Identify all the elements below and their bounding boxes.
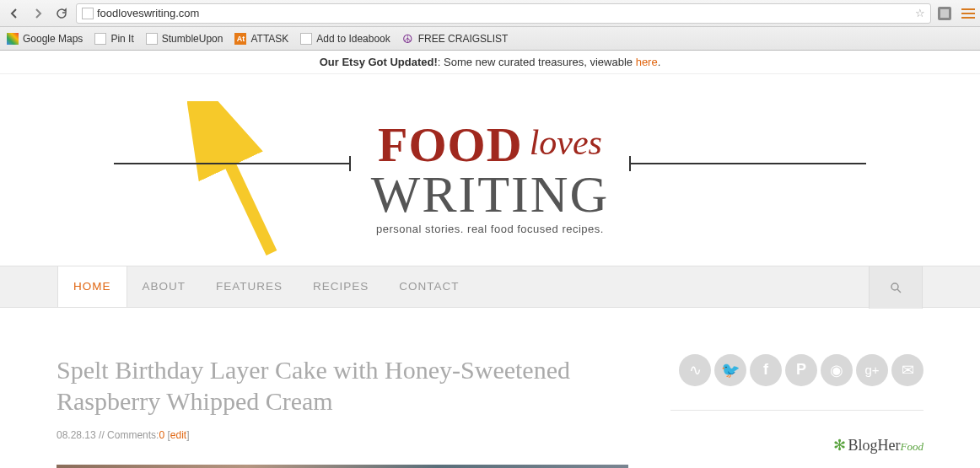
browser-toolbar: foodloveswriting.com ☆ <box>0 0 980 27</box>
reload-button[interactable] <box>52 4 71 23</box>
rss-icon[interactable]: ∿ <box>679 354 711 386</box>
blogher-badge[interactable]: ✻BlogHerFood <box>670 436 923 455</box>
svg-line-5 <box>897 289 901 293</box>
peace-icon: ☮ <box>402 33 414 45</box>
address-bar[interactable]: foodloveswriting.com ☆ <box>76 3 931 24</box>
post-image <box>57 465 628 468</box>
announcement-link[interactable]: here <box>636 56 658 68</box>
announcement-bold: Our Etsy Got Updated! <box>320 56 438 68</box>
url-text: foodloveswriting.com <box>97 7 199 19</box>
post-date: 08.28.13 <box>57 429 96 441</box>
nav-contact[interactable]: CONTACT <box>384 266 474 307</box>
main-nav: HOMEABOUTFEATURESRECIPESCONTACT <box>0 266 980 308</box>
page-icon <box>146 33 158 45</box>
bookmark-label: Pin It <box>110 33 133 45</box>
pinterest-icon[interactable]: P <box>785 354 817 386</box>
logo-food: FOOD <box>378 117 523 172</box>
blogher-icon: ✻ <box>833 437 846 454</box>
svg-rect-1 <box>940 9 949 18</box>
search-button[interactable] <box>869 266 923 309</box>
bookmark-item[interactable]: Google Maps <box>7 33 83 45</box>
post-meta: 08.28.13 // Comments:0 [edit] <box>57 429 628 441</box>
instagram-icon[interactable]: ◉ <box>821 354 853 386</box>
sidebar: ∿🐦fP◉g+✉ ✻BlogHerFood <box>670 354 923 468</box>
logo-loves: loves <box>530 123 602 162</box>
site-header: FOODloves WRITING personal stories. real… <box>0 74 980 266</box>
nav-recipes[interactable]: RECIPES <box>298 266 384 307</box>
bookmark-star-icon[interactable]: ☆ <box>915 7 925 19</box>
bookmark-item[interactable]: Add to Ideabook <box>300 33 390 45</box>
site-logo[interactable]: FOODloves WRITING personal stories. real… <box>371 121 610 235</box>
facebook-icon[interactable]: f <box>750 354 782 386</box>
nav-about[interactable]: ABOUT <box>127 266 202 307</box>
twitter-icon[interactable]: 🐦 <box>714 354 746 386</box>
bookmark-label: Google Maps <box>23 33 83 45</box>
bookmark-label: StumbleUpon <box>162 33 223 45</box>
bookmark-item[interactable]: StumbleUpon <box>146 33 223 45</box>
page-content: Our Etsy Got Updated!: Some new curated … <box>0 51 980 468</box>
announcement-bar: Our Etsy Got Updated!: Some new curated … <box>0 51 980 74</box>
comments-label: Comments: <box>107 429 159 441</box>
logo-tagline: personal stories. real food focused reci… <box>371 223 610 235</box>
nav-features[interactable]: FEATURES <box>201 266 298 307</box>
bookmark-item[interactable]: Pin It <box>94 33 133 45</box>
page-icon <box>82 8 94 19</box>
bookmarks-bar: Google MapsPin ItStumbleUponAtATTASKAdd … <box>0 27 980 51</box>
svg-point-4 <box>891 283 898 290</box>
menu-button[interactable] <box>961 8 975 19</box>
gplus-icon[interactable]: g+ <box>856 354 888 386</box>
nav-home[interactable]: HOME <box>57 266 127 307</box>
announcement-text: : Some new curated treasures, viewable <box>438 56 636 68</box>
maps-icon <box>7 33 19 45</box>
page-icon <box>300 33 312 45</box>
extension-icon[interactable] <box>936 5 953 22</box>
back-button[interactable] <box>5 4 24 23</box>
social-icons: ∿🐦fP◉g+✉ <box>670 354 923 386</box>
main-content: Spelt Birthday Layer Cake with Honey-Swe… <box>57 354 628 468</box>
bookmark-label: Add to Ideabook <box>316 33 390 45</box>
bookmark-label: ATTASK <box>250 33 288 45</box>
edit-link[interactable]: edit <box>170 429 186 441</box>
logo-writing: WRITING <box>371 169 610 219</box>
bookmark-item[interactable]: ☮FREE CRAIGSLIST <box>402 33 509 45</box>
page-icon <box>94 33 106 45</box>
email-icon[interactable]: ✉ <box>891 354 923 386</box>
divider <box>670 410 923 411</box>
bookmark-item[interactable]: AtATTASK <box>234 33 288 45</box>
forward-button[interactable] <box>29 4 47 23</box>
post-title[interactable]: Spelt Birthday Layer Cake with Honey-Swe… <box>57 354 628 417</box>
bookmark-label: FREE CRAIGSLIST <box>418 33 509 45</box>
attask-icon: At <box>234 33 246 45</box>
